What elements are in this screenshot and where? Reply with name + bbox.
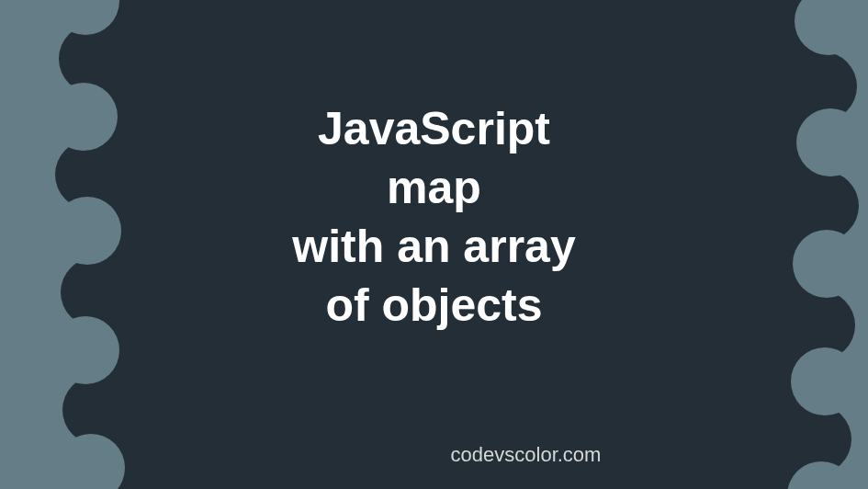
title-line-2: map bbox=[0, 158, 868, 217]
watermark: codevscolor.com bbox=[0, 443, 868, 467]
decorative-bump bbox=[59, 24, 129, 94]
title-line-4: of objects bbox=[0, 276, 868, 335]
title-line-3: with an array bbox=[0, 217, 868, 276]
decorative-notch bbox=[791, 347, 859, 415]
page-title: JavaScript map with an array of objects bbox=[0, 99, 868, 335]
title-line-1: JavaScript bbox=[0, 99, 868, 158]
